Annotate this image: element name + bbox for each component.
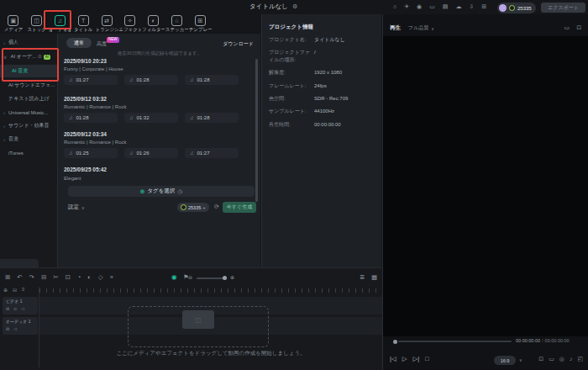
- tab-advanced[interactable]: 高度: [97, 40, 107, 48]
- music-clip[interactable]: ♫ 01:28: [124, 75, 178, 85]
- sidebar-item-ai-sound-effect[interactable]: AI サウンドエフェ...: [0, 79, 57, 92]
- tab-media[interactable]: ▣ メディア: [2, 15, 25, 33]
- dual-screen-icon[interactable]: ▭: [564, 24, 570, 30]
- sidebar-item-universal-music[interactable]: › Universal Music...: [0, 106, 57, 119]
- seek-bar[interactable]: [398, 341, 512, 342]
- account-credits-badge[interactable]: 25335: [497, 3, 536, 13]
- quality-dropdown[interactable]: フル品質 ∨: [408, 24, 434, 32]
- video-track-header[interactable]: ビデオ 1 ⊟ ⊙ ◁: [3, 297, 38, 314]
- snapshot-icon[interactable]: ⊡: [538, 356, 543, 362]
- field-samplerate: サンプルレート: 44100Hz: [269, 108, 376, 114]
- fullscreen-icon[interactable]: ◰: [577, 356, 583, 362]
- support-icon[interactable]: ◉: [417, 3, 422, 9]
- music-clip[interactable]: ♫ 01:28: [185, 75, 239, 85]
- more-tools-icon[interactable]: »: [110, 273, 113, 281]
- media-drop-zone[interactable]: ◫: [128, 306, 269, 347]
- crop-icon[interactable]: ⊡: [65, 273, 70, 281]
- download-icon[interactable]: ⇩: [469, 3, 474, 9]
- mute-icon[interactable]: ◁: [13, 326, 17, 331]
- chevron-down-icon[interactable]: ∨: [519, 357, 522, 362]
- view-grid-icon[interactable]: ▦: [371, 273, 377, 281]
- detach-preview-icon[interactable]: ⊡: [576, 24, 581, 30]
- tab-sticker[interactable]: ☆ ステッカー: [165, 15, 188, 33]
- music-clip[interactable]: ♫ 01:32: [124, 113, 178, 123]
- timeline-zoom-slider[interactable]: [197, 278, 225, 279]
- stop-button[interactable]: □: [425, 355, 429, 362]
- music-note-icon: ♫: [190, 77, 194, 82]
- display-icon[interactable]: ▭: [549, 356, 554, 362]
- tag-select-bar[interactable]: ⊕ タグを選択 ◷: [68, 186, 255, 197]
- sidebar-item-ai-music[interactable]: AI 音楽: [0, 65, 57, 77]
- sidebar-item-itunes[interactable]: iTunes: [0, 146, 57, 159]
- split-icon[interactable]: ✂: [53, 273, 58, 281]
- lock-icon[interactable]: ⊟: [6, 326, 9, 331]
- seek-handle[interactable]: [393, 340, 397, 344]
- ai-music-panel: 通常 高度 NEW ダウンロード 過去30日間の生成記録を確認できます。 202…: [57, 34, 260, 267]
- sidebar-item-ai-audio[interactable]: ∨ AI オーデ... ⊙ AI: [0, 50, 57, 63]
- mute-icon[interactable]: ◁: [21, 306, 24, 311]
- music-clip[interactable]: ♫ 01:28: [185, 113, 239, 123]
- generate-button[interactable]: 今すぐ生成: [223, 202, 256, 213]
- color-icon[interactable]: ◐: [87, 273, 92, 281]
- drop-zone-hint: ここにメディアやエフェクトをドラッグして動画の作成を開始しましょう。: [39, 350, 382, 357]
- play-button[interactable]: ▷: [402, 355, 407, 362]
- clip-duration: 01:28: [197, 115, 210, 120]
- music-clip[interactable]: ♫ 01:27: [185, 148, 239, 158]
- track-manage-icon[interactable]: ≣: [360, 273, 365, 281]
- keyframe-icon[interactable]: ◇: [98, 273, 103, 281]
- music-clip[interactable]: ♫ 01:27: [64, 75, 118, 85]
- file-icon[interactable]: ▤: [443, 3, 449, 9]
- manage-tracks-icon[interactable]: ≡: [22, 287, 25, 293]
- settings-dropdown[interactable]: 設定 ∨: [68, 204, 85, 211]
- next-frame-button[interactable]: ▷|: [413, 355, 420, 362]
- remove-track-icon[interactable]: ⊟: [13, 287, 17, 293]
- music-clip[interactable]: ♫ 01:26: [124, 148, 178, 158]
- bag-icon[interactable]: ⌂: [393, 3, 396, 9]
- zoom-out-icon[interactable]: ⊖: [188, 274, 192, 280]
- tab-audio[interactable]: ♫ オーディオ: [49, 15, 72, 33]
- audio-track-header[interactable]: オーディオ 1 ⊟ ◁: [3, 317, 38, 335]
- time-ruler[interactable]: [39, 288, 382, 293]
- speed-icon[interactable]: ◔: [77, 273, 81, 281]
- redo-icon[interactable]: ↷: [29, 273, 34, 281]
- tab-transition[interactable]: ⇄ トランジション: [95, 15, 118, 33]
- promo-icon[interactable]: ✈: [404, 3, 409, 9]
- music-list-scrollbar[interactable]: [255, 59, 258, 202]
- prev-frame-button[interactable]: |◁: [390, 355, 396, 362]
- tab-effect[interactable]: ✧ エフェクト: [118, 15, 142, 33]
- project-settings-icon[interactable]: ⚙: [292, 3, 297, 9]
- zoom-in-icon[interactable]: ⊕: [230, 274, 234, 280]
- record-voiceover-icon[interactable]: ◉: [171, 273, 177, 281]
- export-button[interactable]: エクスポート: [541, 3, 585, 13]
- music-clip[interactable]: ♫ 01:28: [64, 113, 118, 123]
- apps-icon[interactable]: ⊞: [481, 3, 486, 9]
- sidebar-item-text-to-speech[interactable]: テキスト読み上げ: [0, 92, 57, 105]
- aspect-ratio-dropdown[interactable]: 16:9: [494, 356, 516, 365]
- sidebar-item-personal[interactable]: › 個人: [0, 36, 57, 49]
- eye-icon[interactable]: ⊙: [13, 306, 17, 311]
- device-icon[interactable]: ▭: [429, 3, 435, 9]
- lock-icon[interactable]: ⊟: [6, 306, 9, 311]
- sidebar-item-music[interactable]: › 音楽: [0, 133, 57, 145]
- zoom-slider-handle[interactable]: [223, 276, 227, 280]
- audio-sidebar: › 個人 ∨ AI オーデ... ⊙ AI AI 音楽 AI サウンドエフェ..…: [0, 34, 57, 267]
- tab-template[interactable]: ⊞ テンプレート: [188, 15, 212, 33]
- audio-icon[interactable]: ♪: [570, 356, 573, 362]
- eye-icon[interactable]: ⊙: [38, 55, 42, 60]
- cloud-icon[interactable]: ☁: [455, 3, 461, 9]
- media-icon: ▣: [8, 15, 18, 26]
- media-browser-icon[interactable]: ⊞: [5, 273, 10, 281]
- undo-icon[interactable]: ↶: [17, 273, 22, 281]
- tab-stock[interactable]: ◫ ストック: [25, 15, 49, 33]
- tab-title[interactable]: T タイトル: [71, 15, 95, 33]
- music-clip[interactable]: ♫ 01:25: [64, 148, 118, 158]
- tab-normal[interactable]: 通常: [66, 38, 92, 48]
- download-link[interactable]: ダウンロード: [223, 40, 254, 48]
- add-track-icon[interactable]: ⊕: [3, 287, 8, 293]
- project-info-panel: プロジェクト情報 プロジェクト名: タイトルなし プロジェクトファイルの場所: …: [261, 14, 381, 267]
- refresh-icon[interactable]: ⟳: [214, 204, 219, 210]
- tab-filter[interactable]: ◐ フィルター: [142, 15, 165, 33]
- sidebar-item-sound-effects[interactable]: › サウンド・効果音: [0, 119, 57, 132]
- delete-icon[interactable]: ⊟: [41, 273, 46, 281]
- camera-icon[interactable]: ◎: [559, 356, 564, 362]
